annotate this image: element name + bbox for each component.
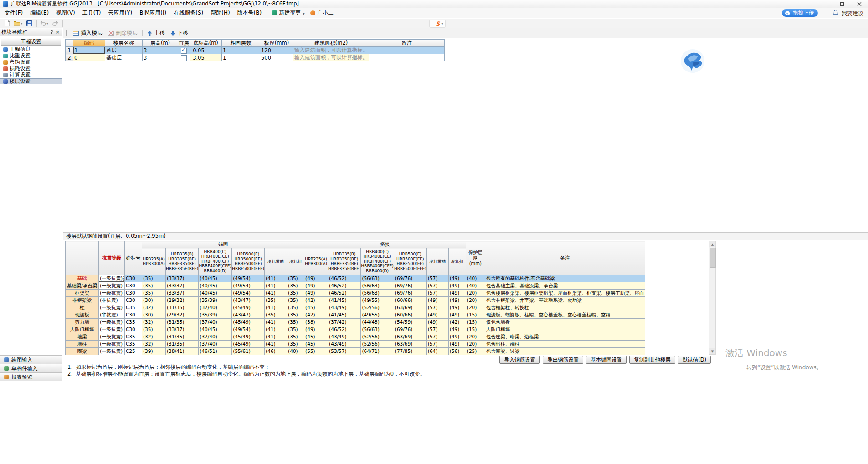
cover-thickness-cell[interactable]: (15) <box>466 311 485 319</box>
lap-value-cell[interactable]: (63/69) <box>394 333 426 341</box>
menu-item-4[interactable]: 工具(T) <box>79 9 105 17</box>
lap-value-cell[interactable]: (69/76) <box>394 290 426 297</box>
rebar-row-3[interactable]: 框架梁(一级抗震)C30(35)(33/37)(40/45)(49/54)(41… <box>66 290 645 297</box>
lap-value-cell[interactable]: (38) <box>304 319 328 326</box>
floor-name-cell[interactable]: 基础层 <box>105 54 143 61</box>
anchor-value-cell[interactable]: (35) <box>287 311 304 319</box>
pin-icon[interactable] <box>49 29 55 35</box>
lap-value-cell[interactable]: (57) <box>426 290 448 297</box>
concrete-grade-cell[interactable]: C25 <box>125 348 142 355</box>
anchor-value-cell[interactable]: (31/35) <box>166 319 199 326</box>
seismic-grade-cell[interactable]: (一级抗震) <box>99 282 125 290</box>
rebar-row-4[interactable]: 非框架梁(非抗震)C30(30)(29/32)(35/39)(43/47)(35… <box>66 297 645 304</box>
concrete-grade-cell[interactable]: C35 <box>125 341 142 348</box>
cover-thickness-cell[interactable]: (15) <box>466 319 485 326</box>
anchor-value-cell[interactable]: (35) <box>287 282 304 290</box>
anchor-value-cell[interactable]: (40) <box>287 348 304 355</box>
lap-value-cell[interactable]: (54/59) <box>394 319 426 326</box>
anchor-value-cell[interactable]: (46) <box>265 348 287 355</box>
scroll-up-icon[interactable]: ▲ <box>709 241 715 247</box>
rebar-row-5[interactable]: 柱(一级抗震)C35(32)(31/35)(37/40)(45/49)(41)(… <box>66 304 645 311</box>
lap-value-cell[interactable]: (64) <box>426 348 448 355</box>
anchor-value-cell[interactable]: (35) <box>265 311 287 319</box>
rebar-row-1[interactable]: 基础(一级抗震)C30(35)(33/37)(40/45)(49/54)(41)… <box>66 275 645 282</box>
member-label-cell[interactable]: 人防门框墙 <box>66 326 99 333</box>
cover-thickness-cell[interactable]: (15) <box>466 326 485 333</box>
close-panel-icon[interactable]: × <box>55 29 61 35</box>
anchor-value-cell[interactable]: (38/41) <box>166 348 199 355</box>
floor-name-cell[interactable]: 首层 <box>105 47 143 54</box>
lap-value-cell[interactable]: (43/49) <box>328 304 361 311</box>
anchor-value-cell[interactable]: (35/39) <box>199 311 232 319</box>
anchor-value-cell[interactable]: (41) <box>265 319 287 326</box>
member-label-cell[interactable]: 现浇板 <box>66 311 99 319</box>
sogou-ime-icon[interactable]: S <box>436 21 440 27</box>
sidebar-item-6[interactable]: 楼层设置 <box>0 78 62 84</box>
floor-elevation-cell[interactable]: -0.05 <box>190 47 222 54</box>
lap-value-cell[interactable]: (49) <box>448 341 466 348</box>
anchor-value-cell[interactable]: (41) <box>265 333 287 341</box>
anchor-value-cell[interactable]: (49/54) <box>232 275 265 282</box>
lap-value-cell[interactable]: (45) <box>304 304 328 311</box>
anchor-value-cell[interactable]: (37/40) <box>199 319 232 326</box>
anchor-value-cell[interactable]: (32) <box>142 319 166 326</box>
cover-thickness-cell[interactable]: (20) <box>466 304 485 311</box>
undo-button[interactable]: ▾ <box>39 19 49 27</box>
assistant-button[interactable]: 广小二 <box>308 9 336 17</box>
lap-value-cell[interactable]: (57) <box>426 326 448 333</box>
lap-value-cell[interactable]: (64/71) <box>361 348 394 355</box>
lap-value-cell[interactable]: (52/56) <box>361 341 394 348</box>
cover-thickness-cell[interactable]: (20) <box>466 341 485 348</box>
seismic-grade-cell[interactable]: (一级抗震) <box>99 304 125 311</box>
floor-slab-cell[interactable]: 120 <box>260 47 293 54</box>
rebar-row-10[interactable]: 墙柱(一级抗震)C35(32)(31/35)(37/40)(45/49)(41)… <box>66 341 645 348</box>
anchor-value-cell[interactable]: (37/40) <box>199 341 232 348</box>
seismic-grade-cell[interactable]: (非抗震) <box>99 311 125 319</box>
floor-slab-cell[interactable]: 500 <box>260 54 293 61</box>
lap-value-cell[interactable]: (49) <box>448 304 466 311</box>
scrollbar-thumb[interactable] <box>710 248 716 268</box>
concrete-grade-cell[interactable]: C30 <box>125 311 142 319</box>
lap-value-cell[interactable]: (52/56) <box>361 333 394 341</box>
anchor-value-cell[interactable]: (32) <box>142 333 166 341</box>
anchor-value-cell[interactable]: (49/54) <box>232 290 265 297</box>
sidebar-item-5[interactable]: 计算设置 <box>0 72 62 78</box>
anchor-value-cell[interactable]: (41) <box>265 290 287 297</box>
seismic-grade-cell[interactable]: (一级抗震) <box>99 275 125 282</box>
chevron-down-icon[interactable]: ▾ <box>441 22 443 26</box>
sidebar-item-3[interactable]: 弯钩设置 <box>0 59 62 65</box>
lap-value-cell[interactable]: (41/45) <box>328 311 361 319</box>
floor-row-1[interactable]: 11首层3-0.051120输入建筑面积，可以计算指标。 <box>66 47 445 54</box>
rebar-table-scrollbar[interactable]: ▲ ▼ <box>709 241 716 355</box>
first-floor-cell[interactable] <box>178 47 190 54</box>
seismic-grade-cell[interactable]: (一级抗震) <box>99 319 125 326</box>
lap-value-cell[interactable]: (49) <box>426 297 448 304</box>
anchor-value-cell[interactable]: (41) <box>265 282 287 290</box>
first-floor-checkbox[interactable] <box>181 55 187 61</box>
lap-value-cell[interactable]: (45) <box>304 333 328 341</box>
floor-row-2[interactable]: 20基础层3-3.051500输入建筑面积，可以计算指标。 <box>66 54 445 61</box>
scroll-down-icon[interactable]: ▼ <box>709 348 715 354</box>
bottom-tab-1[interactable]: 绘图输入 <box>0 355 62 364</box>
rebar-row-9[interactable]: 墙梁(一级抗震)C35(32)(31/35)(37/40)(45/49)(41)… <box>66 333 645 341</box>
anchor-value-cell[interactable]: (39) <box>142 348 166 355</box>
anchor-value-cell[interactable]: (41) <box>265 304 287 311</box>
anchor-value-cell[interactable]: (35) <box>287 290 304 297</box>
lap-value-cell[interactable]: (46/52) <box>328 282 361 290</box>
first-floor-checkbox[interactable] <box>181 48 187 54</box>
lap-value-cell[interactable]: (56/63) <box>361 275 394 282</box>
sidebar-item-1[interactable]: 工程信息 <box>0 46 62 52</box>
anchor-value-cell[interactable]: (41) <box>265 275 287 282</box>
lap-value-cell[interactable]: (56/63) <box>361 290 394 297</box>
lap-value-cell[interactable]: (49) <box>304 282 328 290</box>
upload-button[interactable]: 拖拽上传 <box>782 9 818 17</box>
member-label-cell[interactable]: 墙柱 <box>66 341 99 348</box>
lap-value-cell[interactable]: (63/69) <box>394 304 426 311</box>
anchor-value-cell[interactable]: (37/40) <box>199 333 232 341</box>
floor-height-cell[interactable]: 3 <box>143 47 178 54</box>
anchor-value-cell[interactable]: (35) <box>265 297 287 304</box>
lap-value-cell[interactable]: (69/76) <box>394 275 426 282</box>
member-label-cell[interactable]: 柱 <box>66 304 99 311</box>
lap-value-cell[interactable]: (45) <box>304 341 328 348</box>
suggest-link[interactable]: 我要建议 <box>842 10 868 18</box>
